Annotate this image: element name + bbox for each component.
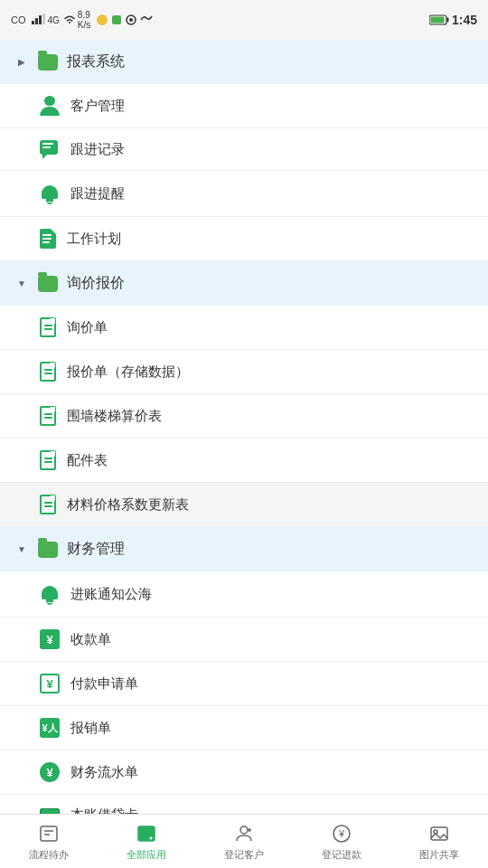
arrow-caiwu (14, 542, 29, 557)
item-caiwu3-label: 付款申请单 (70, 675, 138, 693)
nav-liucheng[interactable]: 流程待办 (0, 816, 98, 867)
nav-jindu-icon: ¥ (330, 822, 353, 845)
folder-icon-baobiao (38, 54, 58, 71)
battery-icon (429, 14, 449, 25)
item-caiwu4-label: 报销单 (70, 720, 111, 737)
item-caiwu2[interactable]: ¥ 收款单 (0, 618, 488, 662)
item-genjin-jilu[interactable]: 跟进记录 (0, 128, 488, 171)
status-icons (96, 14, 154, 26)
yen-outline-icon: ¥ (40, 674, 60, 693)
svg-rect-11 (41, 826, 57, 841)
yen-coin-icon: ¥ (40, 762, 60, 782)
arrow-xunjia (14, 277, 29, 291)
bell-icon (40, 183, 60, 204)
doc-outline-icon-4 (40, 450, 56, 470)
item-xunjia2-label: 报价单（存储数据） (67, 363, 189, 381)
item-caiwu5-label: 财务流水单 (70, 764, 138, 781)
group-xunjia[interactable]: 询价报价 (0, 261, 488, 306)
nav-quanbu-label: 全部应用 (127, 848, 166, 862)
item-caiwu4[interactable]: ¥人 报销单 (0, 706, 488, 750)
item-xunjia5[interactable]: 材料价格系数更新表 (0, 483, 488, 527)
item-caiwu2-label: 收款单 (70, 631, 111, 648)
item-xunjia4-label: 配件表 (67, 452, 108, 469)
item-genjin-jilu-label: 跟进记录 (70, 141, 125, 158)
nav-quanbu-icon (135, 822, 158, 845)
item-xunjia1[interactable]: 询价单 (0, 306, 488, 350)
svg-rect-10 (430, 17, 444, 24)
status-speed: 8.9K/s (78, 10, 90, 30)
nav-tupian-icon (427, 822, 451, 845)
nav-tupian[interactable]: 图片共享 (390, 816, 488, 867)
item-kehu-label: 客户管理 (70, 98, 125, 115)
doc-outline-icon-1 (40, 317, 56, 337)
item-gongzuo-label: 工作计划 (67, 231, 121, 248)
group-baobiao-label: 报表系统 (67, 52, 125, 71)
item-caiwu1[interactable]: 进账通知公海 (0, 571, 488, 618)
nav-liucheng-label: 流程待办 (29, 848, 69, 862)
item-caiwu6[interactable]: 本账借贷卡 (0, 795, 488, 814)
nav-liucheng-icon (37, 822, 61, 845)
status-bar: CO 4G 8.9K/s (0, 0, 488, 40)
item-xunjia5-label: 材料价格系数更新表 (67, 496, 189, 514)
nav-tupian-label: 图片共享 (419, 848, 459, 862)
yen-people-icon: ¥人 (40, 718, 60, 738)
item-xunjia4[interactable]: 配件表 (0, 439, 488, 483)
svg-rect-3 (42, 14, 45, 24)
item-xunjia2[interactable]: 报价单（存储数据） (0, 350, 488, 394)
nav-dengji[interactable]: 登记客户 (195, 816, 293, 867)
person-icon (40, 96, 60, 116)
doc-outline-icon-3 (40, 406, 56, 426)
main-content: 报表系统 客户管理 跟进记录 跟进提醒 (0, 40, 488, 814)
status-right: 1:45 (429, 13, 477, 27)
bell-green-icon (40, 583, 60, 605)
doc-outline-icon-5 (40, 495, 56, 514)
svg-point-4 (97, 14, 108, 25)
item-genjin-remind-label: 跟进提醒 (70, 185, 125, 203)
group-caiwu-label: 财务管理 (67, 540, 125, 559)
item-genjin-remind[interactable]: 跟进提醒 (0, 171, 488, 217)
item-caiwu3[interactable]: ¥ 付款申请单 (0, 662, 488, 706)
bottom-nav: 流程待办 全部应用 登记客户 (0, 814, 488, 868)
item-caiwu6-label: 本账借贷卡 (70, 807, 138, 814)
status-left: CO 4G 8.9K/s (11, 10, 154, 30)
status-co: CO (11, 14, 26, 25)
svg-rect-9 (446, 18, 448, 23)
nav-jindu[interactable]: ¥ 登记进款 (293, 816, 390, 867)
nav-dengji-label: 登记客户 (224, 848, 264, 862)
folder-icon-caiwu (38, 542, 58, 558)
status-signal (32, 14, 46, 26)
group-caiwu[interactable]: 财务管理 (0, 527, 488, 571)
item-kehu[interactable]: 客户管理 (0, 84, 488, 128)
group-baobiao[interactable]: 报表系统 (0, 40, 488, 84)
item-xunjia3[interactable]: 围墙楼梯算价表 (0, 394, 488, 439)
item-caiwu5[interactable]: ¥ 财务流水单 (0, 750, 488, 795)
doc-outline-icon-2 (40, 362, 56, 382)
doc-icon (40, 229, 56, 249)
status-4g: 4G (48, 15, 60, 25)
svg-point-20 (240, 826, 248, 834)
item-gongzuo[interactable]: 工作计划 (0, 217, 488, 261)
nav-jindu-label: 登记进款 (322, 848, 361, 862)
chat-icon (40, 140, 60, 158)
nav-dengji-icon (232, 822, 256, 845)
yen-icon: ¥ (40, 629, 60, 649)
svg-rect-0 (32, 21, 34, 24)
status-time: 1:45 (452, 13, 477, 27)
svg-text:¥: ¥ (338, 828, 345, 839)
item-xunjia3-label: 围墙楼梯算价表 (67, 408, 162, 425)
svg-rect-1 (35, 18, 38, 24)
svg-rect-2 (39, 15, 42, 24)
svg-rect-5 (112, 15, 121, 24)
status-wifi (63, 14, 76, 26)
arrow-baobiao (14, 55, 29, 70)
svg-point-7 (129, 18, 133, 22)
item-caiwu1-label: 进账通知公海 (70, 586, 152, 603)
folder-icon-xunjia (38, 276, 58, 292)
nav-quanbu[interactable]: 全部应用 (98, 816, 195, 867)
item-xunjia1-label: 询价单 (67, 319, 108, 336)
group-xunjia-label: 询价报价 (67, 274, 125, 293)
